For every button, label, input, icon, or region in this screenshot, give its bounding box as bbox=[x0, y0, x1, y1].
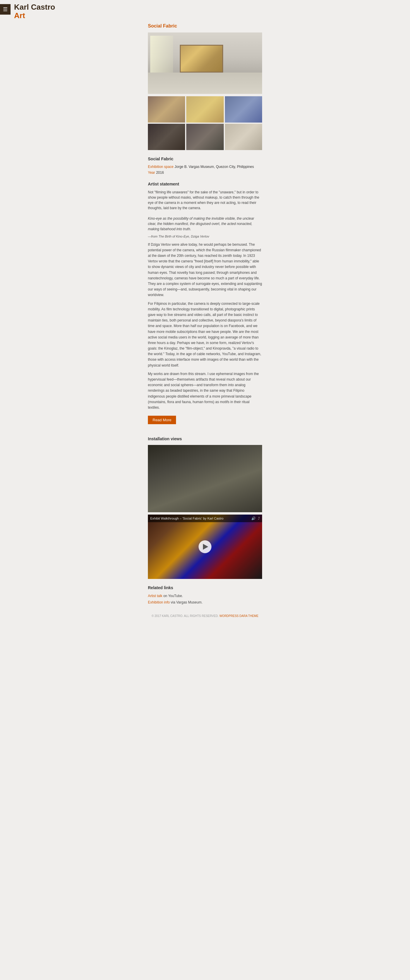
site-title: Karl Castro Art bbox=[14, 3, 55, 20]
gallery-thumb-2[interactable] bbox=[186, 96, 223, 123]
video-title: Exhibit Walkthrough – 'Social Fabric' by… bbox=[150, 516, 223, 521]
header: ☰ Karl Castro Art bbox=[0, 0, 410, 22]
gallery-thumb-5[interactable] bbox=[186, 124, 223, 150]
play-triangle-icon bbox=[203, 544, 208, 550]
share-icon[interactable]: ⤴ bbox=[258, 516, 260, 521]
video-container[interactable]: Exhibit Walkthrough – 'Social Fabric' by… bbox=[148, 515, 262, 579]
artist-statement: Artist statement Not "filming life unawa… bbox=[148, 181, 262, 430]
body-text-2: For Filipinos in particular, the camera … bbox=[148, 301, 262, 368]
related-links-heading: Related links bbox=[148, 585, 262, 591]
theme-link[interactable]: WORDPRESS DARA THEME bbox=[219, 614, 258, 617]
related-link-1-container: Artist talk on YouTube. bbox=[148, 593, 262, 598]
site-subtitle: Art bbox=[14, 11, 55, 20]
hero-image bbox=[148, 32, 262, 94]
related-links: Related links Artist talk on YouTube. Ex… bbox=[148, 585, 262, 605]
gallery-thumb-1[interactable] bbox=[148, 96, 185, 123]
body-text-3: My works are drawn from this stream. I u… bbox=[148, 371, 262, 410]
video-icons: 🔊 ⤴ bbox=[251, 516, 260, 521]
quote-block: Not "filming life unawares" for the sake… bbox=[148, 189, 262, 232]
hamburger-button[interactable]: ☰ bbox=[0, 4, 11, 14]
artist-talk-link[interactable]: Artist talk bbox=[148, 594, 162, 598]
hamburger-icon: ☰ bbox=[3, 6, 8, 13]
installation-section: Installation views bbox=[148, 436, 262, 512]
video-title-bar: Exhibit Walkthrough – 'Social Fabric' by… bbox=[148, 515, 262, 522]
link1-suffix: on YouTube. bbox=[162, 594, 183, 598]
gallery-thumb-6[interactable] bbox=[225, 124, 262, 150]
related-link-2-container: Exhibition info via Vargas Museum. bbox=[148, 600, 262, 605]
gallery-thumb-3[interactable] bbox=[225, 96, 262, 123]
hero-image-inner bbox=[148, 32, 262, 94]
quote-text-1: Not "filming life unawares" for the sake… bbox=[148, 190, 259, 210]
gallery-grid-bottom bbox=[148, 124, 262, 150]
copyright-text: © 2017 KARL CASTRO. ALL RIGHTS RESERVED. bbox=[152, 614, 219, 617]
year-label: Year bbox=[148, 170, 155, 175]
video-play-button[interactable] bbox=[199, 540, 211, 553]
body-text-1: If Dziga Vertov were alive today, he wou… bbox=[148, 242, 262, 298]
page-title: Social Fabric bbox=[148, 22, 262, 30]
main-content: Social Fabric Social Fabric Exhib bbox=[132, 22, 278, 627]
exhibition-label: Exhibition space bbox=[148, 165, 173, 169]
year-number: 2016 bbox=[156, 170, 164, 175]
exhibition-value: Jorge B. Vargas Museum, Quezon City, Phi… bbox=[174, 165, 254, 169]
link2-suffix: via Vargas Museum. bbox=[170, 600, 203, 605]
gallery-thumb-4[interactable] bbox=[148, 124, 185, 150]
footer: © 2017 KARL CASTRO. ALL RIGHTS RESERVED.… bbox=[148, 614, 262, 621]
installation-heading: Installation views bbox=[148, 436, 262, 442]
quote-source: —from The Birth of Kino-Eye, Dziga Verto… bbox=[148, 234, 262, 239]
exhibition-info-link[interactable]: Exhibition info bbox=[148, 600, 170, 605]
installation-image bbox=[148, 445, 262, 512]
info-section: Social Fabric Exhibition space Jorge B. … bbox=[148, 156, 262, 175]
read-more-button[interactable]: Read More bbox=[148, 416, 176, 424]
quote-text-2: Kino-eye as the possibility of making th… bbox=[148, 216, 254, 231]
artist-statement-heading: Artist statement bbox=[148, 181, 262, 187]
gallery-grid-top bbox=[148, 96, 262, 123]
volume-icon[interactable]: 🔊 bbox=[251, 516, 256, 521]
site-name: Karl Castro bbox=[14, 3, 55, 11]
exhibition-title: Social Fabric bbox=[148, 156, 262, 162]
